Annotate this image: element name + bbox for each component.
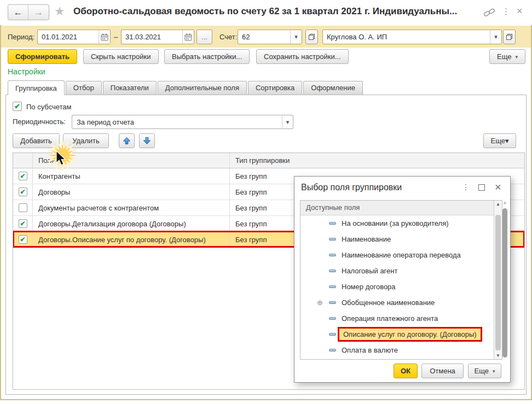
dialog-title: Выбор поля группировки bbox=[301, 183, 402, 192]
add-button[interactable]: Добавить bbox=[13, 133, 60, 148]
field-dash-icon bbox=[329, 285, 336, 288]
dialog-item-label: На основании (за руководителя) bbox=[342, 219, 449, 227]
choose-settings-button[interactable]: Выбрать настройки... bbox=[164, 49, 250, 64]
account-value[interactable]: 62 bbox=[238, 30, 290, 44]
date-from-calendar-button[interactable] bbox=[99, 30, 110, 44]
delete-label: Удалить bbox=[72, 137, 100, 145]
field-chooser-dialog: Выбор поля группировки ⋮ × Доступные пол… bbox=[294, 176, 511, 383]
move-up-button[interactable] bbox=[119, 133, 135, 148]
chevron-down-icon: ▾ bbox=[515, 54, 518, 60]
app-window: ← → ★ Оборотно-сальдовая ведомость по сч… bbox=[0, 0, 532, 404]
row-field-label: Документы расчетов с контрагентом bbox=[33, 200, 230, 215]
dialog-maximize-icon[interactable] bbox=[478, 184, 485, 191]
scroll-down-icon[interactable]: ▼ bbox=[494, 353, 502, 358]
ok-label: ОК bbox=[401, 367, 410, 375]
link-icon[interactable] bbox=[483, 7, 495, 19]
back-arrow-icon: ← bbox=[14, 7, 23, 18]
settings-tab[interactable]: Сортировка bbox=[248, 81, 302, 95]
forward-button[interactable]: → bbox=[28, 5, 49, 20]
row-checkbox[interactable] bbox=[19, 203, 27, 212]
ok-button[interactable]: ОК bbox=[394, 364, 418, 378]
organization-combo[interactable]: Круглова О. А. ИП ▾ bbox=[322, 30, 502, 44]
organization-open-button[interactable] bbox=[503, 30, 516, 44]
dialog-scrollbar[interactable]: ▲ bbox=[501, 200, 508, 361]
periodicity-select[interactable]: За период отчета ▾ bbox=[72, 115, 293, 129]
dialog-list-item[interactable]: Операция платежного агента bbox=[300, 311, 502, 326]
delete-button[interactable]: Удалить bbox=[63, 133, 109, 148]
dialog-list-item[interactable]: Номер договора bbox=[300, 279, 502, 295]
dialog-scrollbar-thumb[interactable] bbox=[502, 208, 507, 358]
field-dash-icon bbox=[329, 254, 336, 256]
organization-dropdown-arrow[interactable]: ▾ bbox=[490, 30, 501, 44]
row-field-label: Договоры.Детализация договора (Договоры) bbox=[33, 216, 230, 231]
dialog-list-item[interactable]: Оплата в валюте bbox=[300, 342, 502, 358]
toolbar-more-button[interactable]: Еще ▾ bbox=[489, 49, 525, 64]
field-dash-icon bbox=[329, 222, 336, 225]
account-dropdown-arrow[interactable]: ▾ bbox=[290, 30, 302, 44]
row-checkbox[interactable]: ✔ bbox=[19, 172, 27, 180]
date-to-calendar-button[interactable] bbox=[182, 30, 194, 44]
dialog-list-item[interactable]: На основании (за руководителя) bbox=[300, 215, 502, 231]
settings-tab[interactable]: Отбор bbox=[66, 81, 102, 95]
list-scrollbar[interactable]: ▲ ▼ bbox=[494, 201, 502, 359]
available-fields-header: Доступные поля bbox=[300, 201, 494, 215]
toolbar-more-label: Еще bbox=[497, 52, 511, 61]
account-open-button[interactable] bbox=[305, 30, 318, 44]
arrow-up-icon bbox=[123, 137, 131, 145]
dialog-more-button[interactable]: Еще ▾ bbox=[468, 364, 501, 378]
period-options-button[interactable]: ... bbox=[196, 30, 212, 44]
row-checkbox[interactable]: ✔ bbox=[19, 219, 27, 228]
back-button[interactable]: ← bbox=[8, 5, 28, 20]
dialog-list-item[interactable]: Наименование bbox=[300, 231, 502, 247]
dialog-list-item[interactable]: Описание услуг по договору. (Договоры) bbox=[300, 326, 502, 342]
date-to-value[interactable]: 31.03.2021 bbox=[122, 30, 182, 44]
scroll-up-icon[interactable]: ▲ bbox=[501, 200, 508, 205]
list-scrollbar-thumb[interactable] bbox=[495, 215, 501, 350]
available-fields-items: На основании (за руководителя)Наименован… bbox=[300, 215, 502, 358]
settings-tab[interactable]: Оформление bbox=[303, 81, 363, 95]
hide-settings-button[interactable]: Скрыть настройки bbox=[83, 49, 159, 64]
arrow-down-icon bbox=[143, 137, 151, 145]
date-from-value[interactable]: 01.01.2021 bbox=[38, 30, 99, 44]
dialog-menu-icon[interactable]: ⋮ bbox=[462, 183, 470, 191]
chevron-down-icon: ▾ bbox=[493, 368, 495, 374]
generate-button[interactable]: Сформировать bbox=[8, 49, 77, 64]
row-checkbox[interactable]: ✔ bbox=[19, 188, 27, 196]
by-subaccounts-label: По субсчетам bbox=[26, 103, 72, 111]
more-menu-icon[interactable]: ⋮ bbox=[502, 7, 510, 16]
window-frame-bottom bbox=[0, 399, 532, 400]
by-subaccounts-checkbox[interactable]: ✔ bbox=[13, 102, 22, 111]
close-window-icon[interactable]: × bbox=[517, 5, 523, 17]
hide-settings-label: Скрыть настройки bbox=[91, 52, 151, 61]
field-dash-icon bbox=[329, 349, 336, 352]
organization-value[interactable]: Круглова О. А. ИП bbox=[323, 30, 490, 44]
dialog-item-label: Наименование оператора перевода bbox=[342, 251, 461, 259]
row-checkbox[interactable]: ✔ bbox=[19, 235, 27, 244]
periodicity-value: За период отчета bbox=[72, 115, 282, 128]
date-to-field[interactable]: 31.03.2021 bbox=[121, 30, 194, 44]
periodicity-dropdown-arrow[interactable]: ▾ bbox=[282, 115, 293, 128]
settings-tab[interactable]: Дополнительные поля bbox=[158, 81, 247, 95]
period-label: Период: bbox=[8, 33, 34, 41]
save-settings-button[interactable]: Сохранить настройки... bbox=[256, 49, 349, 64]
dialog-list-item[interactable]: Налоговый агент bbox=[300, 263, 502, 279]
date-from-field[interactable]: 01.01.2021 bbox=[37, 30, 111, 44]
settings-tab[interactable]: Группировка bbox=[8, 80, 65, 95]
settings-tab[interactable]: Показатели bbox=[103, 81, 157, 95]
table-more-button[interactable]: Еще ▾ bbox=[483, 133, 516, 148]
cancel-button[interactable]: Отмена bbox=[421, 364, 464, 378]
move-down-button[interactable] bbox=[139, 133, 155, 148]
dialog-list-item[interactable]: ⊕Обобщенное наименование bbox=[300, 295, 502, 311]
expand-plus-icon[interactable]: ⊕ bbox=[317, 299, 323, 306]
account-combo[interactable]: 62 ▾ bbox=[238, 30, 302, 44]
add-label: Добавить bbox=[20, 137, 51, 145]
dialog-list-item[interactable]: Наименование оператора перевода bbox=[300, 247, 502, 263]
scroll-up-icon[interactable]: ▲ bbox=[494, 202, 502, 207]
save-settings-label: Сохранить настройки... bbox=[264, 52, 341, 61]
favorite-star-icon[interactable]: ★ bbox=[54, 4, 65, 19]
dialog-more-label: Еще bbox=[475, 367, 489, 375]
dialog-item-label: Налоговый агент bbox=[342, 267, 397, 275]
dialog-item-label: Обобщенное наименование bbox=[342, 298, 435, 307]
dialog-close-icon[interactable]: × bbox=[495, 181, 501, 194]
field-dash-icon bbox=[329, 238, 336, 241]
